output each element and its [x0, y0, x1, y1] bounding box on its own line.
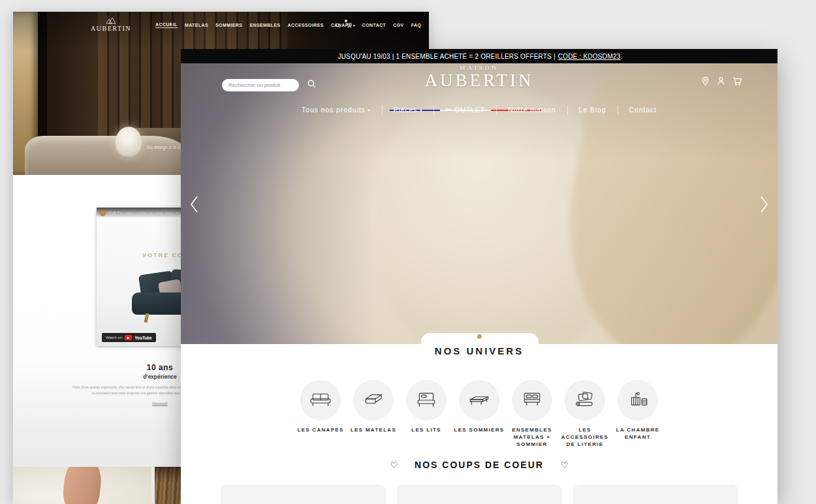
sofa-icon [308, 391, 333, 409]
category-les-matelas[interactable]: LES MATELAS [353, 380, 394, 448]
bgw-nav: ACCUEIL MATELAS SOMMIERS ENSEMBLES ACCES… [155, 22, 421, 28]
carousel-dot[interactable] [486, 334, 491, 339]
bgw-nav-matelas[interactable]: MATELAS [185, 23, 208, 27]
bgw-logo-text: AUBERTIN [90, 25, 132, 32]
heart-icon: ♡ [561, 460, 569, 470]
category-ensembles-matelas-sommier[interactable]: ENSEMBLES MATELAS + SOMMIER [512, 380, 552, 448]
carousel-dot[interactable] [468, 334, 473, 339]
store-locator-icon[interactable] [700, 76, 710, 89]
chevron-down-icon: ▾ [353, 24, 355, 27]
crib-icon [625, 391, 650, 409]
category-chambre-enfant[interactable]: LA CHAMBRE ENFANT [618, 380, 658, 448]
product-card[interactable] [221, 484, 386, 504]
main-window: JUSQU'AU 19/03 | 1 ENSEMBLE ACHETÉ = 2 O… [181, 49, 777, 504]
promo-bar: JUSQU'AU 19/03 | 1 ENSEMBLE ACHETÉ = 2 O… [181, 49, 777, 63]
category-accessoires-literie[interactable]: LES ACCESSOIRES DE LITERIE [565, 380, 605, 448]
bed-icon [414, 391, 439, 409]
bgw-nav-accueil[interactable]: ACCUEIL [155, 22, 178, 28]
carousel-prev-arrow[interactable] [189, 195, 199, 217]
main-nav: Tous nos produits▾ Pièces▾ ✂OUTLET Notre… [181, 103, 777, 116]
promo-code-link[interactable]: CODE : KDOSOM23 [558, 53, 621, 60]
product-card[interactable] [397, 484, 562, 504]
chevron-down-icon: ▾ [368, 107, 371, 112]
bgw-nav-accessoires[interactable]: ACCESSOIRES [288, 23, 324, 27]
youtube-logo: YouTube [134, 336, 152, 340]
youtube-watch-badge[interactable]: Watch on ▶ YouTube [102, 333, 156, 342]
product-cards-row [181, 484, 777, 504]
site-logo[interactable]: MAISON AUBERTIN [181, 65, 777, 89]
carousel-dots [181, 334, 777, 339]
univers-title: NOS UNIVERS [181, 344, 777, 356]
nav-outlet[interactable]: ✂OUTLET [434, 103, 496, 116]
category-les-sommiers[interactable]: LES SOMMIERS [459, 380, 499, 448]
mattress-photo [13, 467, 151, 504]
bgw-nav-ensembles[interactable]: ENSEMBLES [249, 23, 280, 27]
logo-aubertin: AUBERTIN [181, 71, 777, 89]
bgw-search-icon[interactable] [334, 22, 341, 29]
bgw-header: AUBERTIN ACCUEIL MATELAS SOMMIERS ENSEMB… [13, 12, 429, 51]
hero-carousel: MAISON AUBERTIN Tous nos produits▾ [181, 63, 777, 344]
chevron-down-icon: ▾ [420, 107, 422, 112]
nav-notre-maison[interactable]: Notre maison [497, 103, 567, 116]
cart-icon[interactable] [732, 76, 742, 89]
bgw-logo-mark-icon [105, 17, 117, 24]
coups-de-coeur-heading: ♡ NOS COUPS DE COEUR ♡ [181, 460, 777, 470]
channel-avatar [100, 210, 106, 216]
bgw-logo[interactable]: AUBERTIN [90, 17, 132, 32]
bgw-cart-icon[interactable] [345, 22, 353, 29]
bedding-accessories-icon [573, 391, 597, 409]
heart-icon: ♡ [390, 460, 398, 470]
category-row: LES CANAPÉS LES MATELAS LES LITS [181, 380, 777, 448]
category-les-canapes[interactable]: LES CANAPÉS [300, 380, 341, 448]
bgw-nav-cgv[interactable]: CGV [393, 23, 403, 27]
category-les-lits[interactable]: LES LITS [406, 380, 447, 448]
video-title: PUB TV : votre confort est notre coeur d… [108, 211, 191, 215]
bed [25, 136, 191, 175]
main-content: NOS UNIVERS LES CANAPÉS LES MATELAS [181, 344, 777, 504]
bgw-nav-sommiers[interactable]: SOMMIERS [215, 23, 242, 27]
coups-title: NOS COUPS DE COEUR [415, 460, 544, 470]
nav-le-blog[interactable]: Le Blog [568, 103, 618, 116]
bgw-nav-faq[interactable]: FAQ [411, 23, 422, 27]
mattress-icon [361, 391, 386, 409]
account-icon[interactable] [716, 76, 726, 89]
nav-contact[interactable]: Contact [618, 103, 668, 116]
youtube-play-icon: ▶ [125, 335, 132, 340]
experience-discover-link[interactable]: Découvrir [152, 402, 168, 405]
product-card[interactable] [573, 484, 738, 504]
mattress-set-icon [520, 391, 544, 409]
bgw-nav-contact[interactable]: CONTACT [362, 23, 386, 27]
nav-tous-nos-produits[interactable]: Tous nos produits▾ [290, 103, 382, 116]
carousel-next-arrow[interactable] [759, 195, 770, 217]
promo-text: JUSQU'AU 19/03 | 1 ENSEMBLE ACHETÉ = 2 O… [337, 53, 555, 60]
cart-badge [345, 20, 347, 22]
lamp [116, 127, 142, 157]
scissors-icon: ✂ [445, 106, 452, 114]
hand-on-mattress [61, 467, 104, 504]
nav-pieces[interactable]: Pièces▾ [383, 103, 434, 116]
carousel-dot-active[interactable] [477, 334, 482, 339]
bed-base-icon [467, 391, 492, 409]
